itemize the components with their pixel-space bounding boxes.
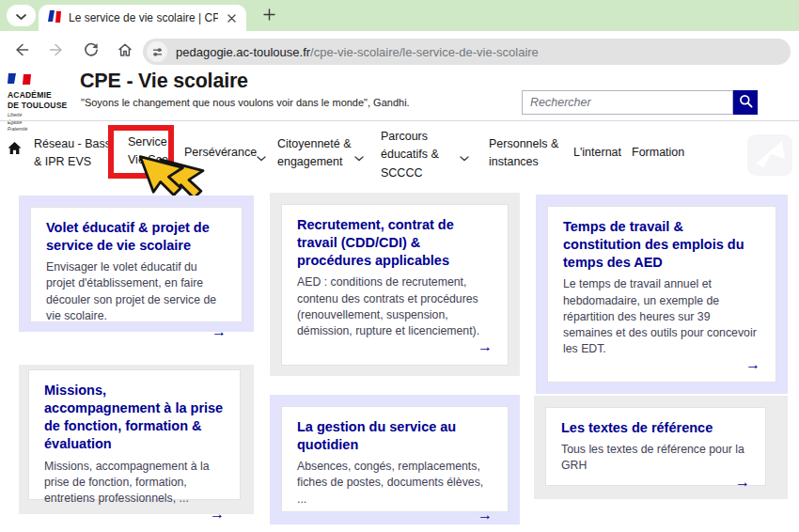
url-path: /cpe-vie-scolaire/le-service-de-vie-scol… bbox=[310, 45, 539, 59]
arrow-right-icon[interactable]: → bbox=[735, 475, 750, 490]
card-title: Les textes de référence bbox=[561, 419, 750, 437]
back-button[interactable] bbox=[13, 41, 30, 58]
tab-close-icon[interactable] bbox=[224, 10, 239, 25]
nav-item-personnels[interactable]: Personnels & instances bbox=[489, 135, 568, 172]
card-description: Envisager le volet éducatif du projet d'… bbox=[46, 259, 227, 324]
card-missions[interactable]: Missions, accompagnement à la prise de f… bbox=[28, 369, 241, 500]
forward-button[interactable] bbox=[48, 41, 65, 58]
card-title: Missions, accompagnement à la prise de f… bbox=[44, 382, 225, 454]
plus-icon bbox=[263, 8, 275, 24]
search-input[interactable] bbox=[522, 90, 733, 115]
tune-icon bbox=[151, 46, 164, 58]
favicon-french-flag-icon bbox=[48, 9, 62, 26]
home-nav-item[interactable] bbox=[8, 141, 22, 159]
card-gestion-service[interactable]: La gestion du service au quotidien Absen… bbox=[281, 406, 509, 512]
academy-logo[interactable]: ACADÉMIE DE TOULOUSE Liberté Égalité Fra… bbox=[8, 71, 73, 133]
browser-toolbar: pedagogie.ac-toulouse.fr/cpe-vie-scolair… bbox=[0, 31, 799, 68]
search-button[interactable] bbox=[733, 90, 758, 115]
motto-liberte: Liberté bbox=[8, 112, 73, 119]
nav-item-citoyennete[interactable]: Citoyenneté & engagement bbox=[277, 135, 364, 172]
nav-item-internat[interactable]: L'internat bbox=[573, 144, 621, 162]
tab-title: Le service de vie scolaire | CPE - bbox=[69, 11, 218, 24]
card-volet-educatif[interactable]: Volet éducatif & projet de service de vi… bbox=[30, 207, 243, 322]
url-domain: pedagogie.ac-toulouse.fr bbox=[176, 45, 310, 59]
refresh-button[interactable] bbox=[83, 41, 100, 58]
logo-line2: DE TOULOUSE bbox=[8, 101, 73, 111]
arrow-right-icon[interactable]: → bbox=[478, 339, 493, 354]
tab-search-button[interactable] bbox=[7, 5, 36, 26]
logo-line1: ACADÉMIE bbox=[8, 90, 73, 101]
french-flag-icon bbox=[8, 71, 31, 87]
nav-item-parcours-educatifs[interactable]: Parcours éducatifs & SCCCC bbox=[381, 128, 448, 182]
card-title: Volet éducatif & projet de service de vi… bbox=[46, 219, 227, 255]
nav-item-service-vie-sco[interactable]: Service Vie Sco bbox=[128, 133, 175, 170]
page-subtitle: "Soyons le changement que nous voulons v… bbox=[81, 97, 410, 108]
card-description: Missions, accompagnement à la prise de f… bbox=[44, 459, 225, 508]
arrow-right-icon[interactable]: → bbox=[212, 324, 227, 339]
chevron-down-icon bbox=[15, 8, 27, 24]
browser-tab[interactable]: Le service de vie scolaire | CPE - bbox=[39, 5, 246, 31]
search-icon bbox=[739, 94, 753, 111]
card-title: Temps de travail & constitution des empl… bbox=[563, 218, 760, 272]
card-description: AED : conditions de recrutement, contenu… bbox=[297, 274, 493, 339]
card-temps-travail[interactable]: Temps de travail & constitution des empl… bbox=[547, 206, 776, 383]
card-title: La gestion du service au quotidien bbox=[297, 418, 493, 454]
address-bar[interactable]: pedagogie.ac-toulouse.fr/cpe-vie-scolair… bbox=[143, 39, 791, 65]
chevron-down-icon[interactable] bbox=[257, 149, 266, 165]
site-info-button[interactable] bbox=[147, 41, 167, 62]
chevron-down-icon[interactable] bbox=[460, 149, 469, 165]
arrow-right-icon[interactable]: → bbox=[478, 508, 493, 523]
card-title: Recrutement, contrat de travail (CDD/CDI… bbox=[297, 216, 493, 270]
home-icon bbox=[8, 141, 22, 155]
tab-strip: Le service de vie scolaire | CPE - bbox=[0, 0, 799, 31]
highlight-box: Service Vie Sco bbox=[108, 125, 174, 179]
browser-window: Le service de vie scolaire | CPE - bbox=[0, 0, 799, 532]
page-title: CPE - Vie scolaire bbox=[80, 70, 248, 93]
new-tab-button[interactable] bbox=[258, 6, 280, 26]
arrow-right-icon[interactable]: → bbox=[210, 507, 225, 522]
card-textes-reference[interactable]: Les textes de référence Tous les textes … bbox=[545, 407, 766, 486]
card-recrutement[interactable]: Recrutement, contrat de travail (CDD/CDI… bbox=[281, 204, 509, 366]
arrow-right-icon[interactable]: → bbox=[745, 357, 760, 372]
chevron-down-icon[interactable] bbox=[354, 149, 364, 165]
header-divider bbox=[0, 120, 799, 121]
home-button[interactable] bbox=[117, 41, 133, 58]
nav-item-formation[interactable]: Formation bbox=[632, 144, 684, 162]
card-description: Absences, congés, remplacements, fiches … bbox=[297, 459, 493, 508]
nav-item-perseverance[interactable]: Persévérance bbox=[184, 144, 257, 162]
motto-fraternite: Fraternité bbox=[8, 126, 73, 133]
card-description: Le temps de travail annuel et hebdomadai… bbox=[563, 276, 760, 357]
background-watermark bbox=[747, 134, 792, 180]
card-description: Tous les textes de référence pour la GRH bbox=[561, 442, 750, 474]
